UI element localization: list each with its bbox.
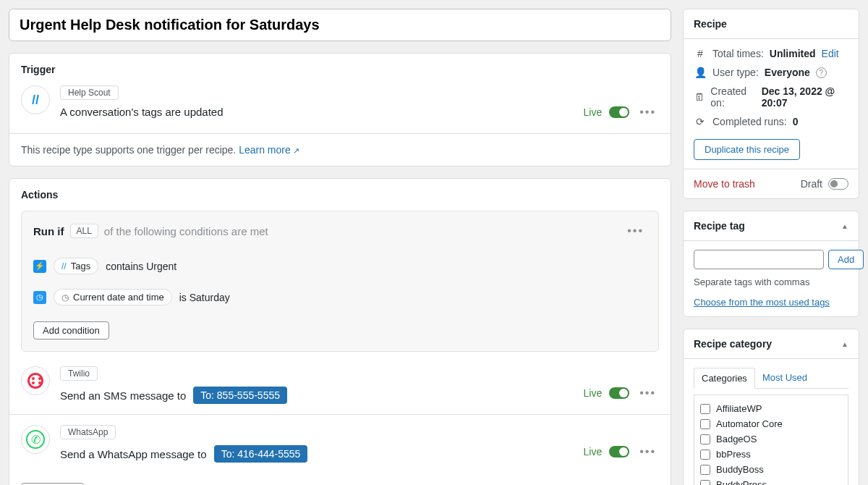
trigger-more-menu[interactable]: ••• bbox=[637, 103, 659, 122]
category-item[interactable]: bbPress bbox=[700, 447, 842, 462]
info-icon[interactable]: ? bbox=[816, 67, 827, 78]
move-to-trash-link[interactable]: Move to trash bbox=[694, 178, 755, 190]
calendar-icon: 🗓 bbox=[694, 91, 705, 103]
condition-pill: //Tags bbox=[54, 258, 98, 274]
category-item[interactable]: BuddyBoss bbox=[700, 462, 842, 477]
trigger-note: This recipe type supports one trigger pe… bbox=[9, 133, 671, 166]
tag-input[interactable] bbox=[694, 250, 824, 269]
tab-categories[interactable]: Categories bbox=[694, 368, 755, 389]
action-live-label: Live bbox=[584, 446, 603, 457]
action-more-menu[interactable]: ••• bbox=[637, 442, 659, 461]
category-item[interactable]: BuddyPress bbox=[700, 477, 842, 485]
draft-toggle[interactable] bbox=[828, 178, 848, 190]
integration-chip: Twilio bbox=[60, 366, 98, 381]
actions-header: Actions bbox=[9, 179, 671, 211]
collapse-icon[interactable]: ▲ bbox=[841, 340, 848, 348]
recipe-title-input[interactable] bbox=[9, 9, 671, 41]
condition-row[interactable]: ⚡ //Tags contains Urgent bbox=[22, 250, 658, 282]
conditions-more-menu[interactable]: ••• bbox=[624, 222, 647, 240]
add-condition-button[interactable]: Add condition bbox=[33, 321, 109, 340]
trigger-live-label: Live bbox=[584, 106, 603, 118]
action-item: Twilio Send an SMS message to To: 855-55… bbox=[9, 356, 671, 414]
choose-tags-link[interactable]: Choose from the most used tags bbox=[694, 297, 830, 308]
recipe-meta-card: Recipe # Total times: Unlimited Edit 👤 U… bbox=[683, 9, 859, 199]
action-text: Send a WhatsApp message to bbox=[60, 448, 207, 460]
meta-user-type: 👤 User type: Everyone ? bbox=[694, 67, 848, 78]
hash-icon: # bbox=[694, 48, 707, 59]
recipe-tag-header: Recipe tag bbox=[694, 220, 745, 232]
integration-chip: Help Scout bbox=[60, 85, 119, 100]
tab-most-used[interactable]: Most Used bbox=[755, 368, 814, 388]
collapse-icon[interactable]: ▲ bbox=[841, 222, 848, 230]
helpscout-icon: // bbox=[21, 85, 50, 114]
meta-total-times: # Total times: Unlimited Edit bbox=[694, 48, 848, 59]
category-item[interactable]: Automator Core bbox=[700, 416, 842, 431]
condition-text: contains Urgent bbox=[106, 261, 176, 272]
user-icon: 👤 bbox=[694, 67, 707, 78]
condition-pill: ◷Current date and time bbox=[54, 289, 172, 305]
edit-total-link[interactable]: Edit bbox=[822, 48, 839, 59]
runif-tail: of the following conditions are met bbox=[104, 225, 268, 237]
category-list[interactable]: AffiliateWP Automator Core BadgeOS bbPre… bbox=[694, 395, 848, 485]
whatsapp-icon: ✆ bbox=[21, 425, 50, 454]
conditions-box: Run if ALL of the following conditions a… bbox=[21, 211, 659, 352]
action-to-pill[interactable]: To: 416-444-5555 bbox=[214, 445, 308, 463]
action-item: ✆ WhatsApp Send a WhatsApp message to To… bbox=[9, 414, 671, 473]
action-live-toggle[interactable] bbox=[609, 446, 629, 457]
trigger-card: Trigger // Help Scout A conversation's t… bbox=[9, 53, 671, 166]
add-tag-button[interactable]: Add bbox=[828, 250, 864, 269]
tag-hint: Separate tags with commas bbox=[694, 277, 848, 287]
actions-card: Actions Run if ALL of the following cond… bbox=[9, 178, 671, 485]
trigger-live-toggle[interactable] bbox=[609, 106, 629, 118]
duplicate-button[interactable]: Duplicate this recipe bbox=[694, 139, 800, 160]
trigger-text: A conversation's tags are updated bbox=[60, 106, 574, 118]
refresh-icon: ⟳ bbox=[694, 116, 707, 127]
runif-label: Run if bbox=[33, 225, 64, 237]
trigger-header: Trigger bbox=[9, 54, 671, 85]
recipe-category-card: Recipe category ▲ Categories Most Used A… bbox=[683, 329, 859, 485]
learn-more-link[interactable]: Learn more bbox=[239, 144, 299, 156]
condition-source-icon: ⚡ bbox=[33, 260, 46, 273]
runif-quantifier[interactable]: ALL bbox=[70, 224, 98, 238]
condition-row[interactable]: ◷ ◷Current date and time is Saturday bbox=[22, 282, 658, 313]
category-item[interactable]: BadgeOS bbox=[700, 431, 842, 447]
category-item[interactable]: AffiliateWP bbox=[700, 401, 842, 416]
recipe-category-header: Recipe category bbox=[694, 338, 772, 350]
meta-created: 🗓 Created on: Dec 13, 2022 @ 20:07 bbox=[694, 85, 848, 109]
action-more-menu[interactable]: ••• bbox=[637, 384, 659, 402]
recipe-meta-header: Recipe bbox=[684, 9, 859, 39]
action-to-pill[interactable]: To: 855-555-5555 bbox=[193, 387, 287, 404]
condition-source-icon: ◷ bbox=[33, 291, 46, 304]
meta-completed: ⟳ Completed runs: 0 bbox=[694, 116, 848, 127]
recipe-tag-card: Recipe tag ▲ Add Separate tags with comm… bbox=[683, 211, 859, 317]
action-text: Send an SMS message to bbox=[60, 389, 186, 402]
draft-label: Draft bbox=[801, 178, 822, 190]
integration-chip: WhatsApp bbox=[60, 425, 116, 439]
action-live-label: Live bbox=[584, 387, 603, 399]
condition-text: is Saturday bbox=[179, 292, 230, 303]
action-live-toggle[interactable] bbox=[609, 387, 629, 399]
twilio-icon bbox=[21, 366, 50, 395]
